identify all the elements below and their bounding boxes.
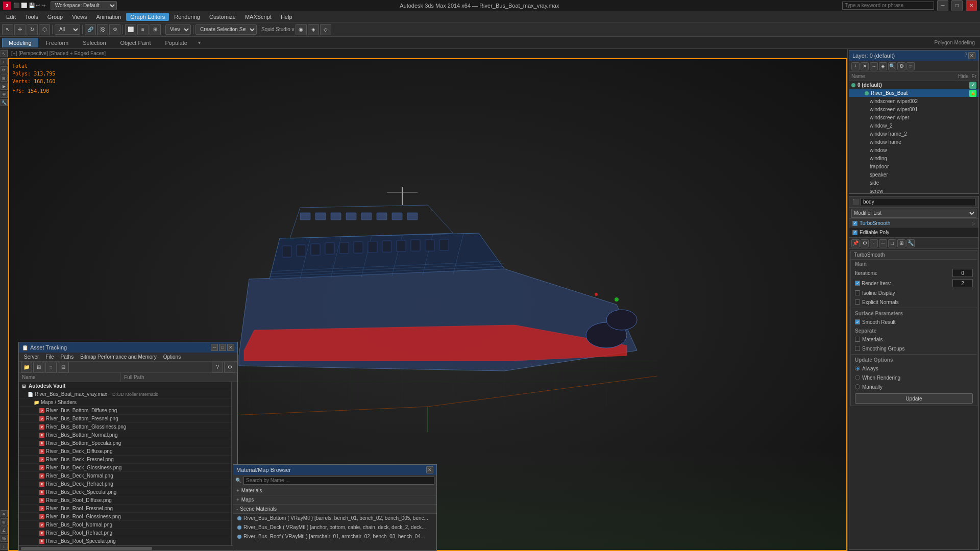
tb-align[interactable]: ≡	[137, 24, 149, 35]
smoothing-groups-checkbox[interactable]	[855, 346, 860, 351]
list-item[interactable]: windscreen wiper	[849, 114, 978, 122]
menu-views[interactable]: Views	[68, 13, 91, 21]
list-item[interactable]: P River_Bus_Bottom_Specular.png	[19, 439, 231, 447]
menu-customize[interactable]: Customize	[205, 13, 240, 21]
smooth-result-checkbox[interactable]: ✓	[855, 319, 860, 324]
list-item[interactable]: windscreen wiper002	[849, 97, 978, 106]
materials-checkbox[interactable]	[855, 337, 860, 342]
list-item[interactable]: P River_Bus_Deck_Diffuse.png	[19, 447, 231, 456]
lt-create[interactable]: +	[851, 62, 860, 70]
at-menu-server[interactable]: Server	[21, 354, 42, 360]
tool-percent[interactable]: %	[1, 535, 8, 542]
tab-modeling[interactable]: Modeling	[2, 38, 38, 47]
list-item[interactable]: P River_Bus_Roof_Glossiness.png	[19, 513, 231, 521]
tab-selection[interactable]: Selection	[76, 38, 112, 47]
update-button[interactable]: Update	[855, 393, 973, 404]
tool-abs-mode[interactable]: A	[1, 510, 8, 517]
render-iters-checkbox[interactable]: ✓	[855, 281, 860, 286]
list-item[interactable]: River_Bus_Bottom ( VRayMtl ) [barrels, b…	[233, 514, 436, 523]
mb-section-scene-header[interactable]: - Scene Materials	[233, 505, 436, 514]
list-item[interactable]: P River_Bus_Deck_Specular.png	[19, 488, 231, 496]
menu-help[interactable]: Help	[277, 13, 297, 21]
mod-enable-checkbox[interactable]: ✓	[852, 230, 857, 235]
tool-snaps[interactable]: ⊕	[1, 518, 8, 525]
layers-help-icon[interactable]: ?	[964, 52, 967, 59]
tb-select[interactable]: ↖	[2, 24, 13, 35]
tool-utilities[interactable]: 🔧	[1, 99, 8, 106]
at-restore[interactable]: □	[219, 344, 226, 351]
list-item[interactable]: 📄 River_Bus_Boat_max_vray.max D:\3D Moli…	[19, 390, 231, 398]
object-name-input[interactable]	[861, 198, 975, 206]
list-item[interactable]: window_2	[849, 122, 978, 130]
workspace-dropdown[interactable]: Workspace: Default	[51, 1, 117, 10]
tb-unlink[interactable]: ⛓	[97, 24, 108, 35]
at-tb-1[interactable]: 📁	[21, 362, 32, 373]
list-item[interactable]: River_Bus_Boat 🔒	[849, 89, 978, 97]
mod-enable-checkbox[interactable]: ✓	[852, 221, 857, 226]
at-tb-3[interactable]: ≡	[45, 362, 57, 373]
list-item[interactable]: P River_Bus_Roof_Specular.png	[19, 537, 231, 545]
list-item[interactable]: P River_Bus_Roof_Normal.png	[19, 521, 231, 529]
mp-configure[interactable]: ⚙	[861, 239, 869, 247]
tool-motion[interactable]: ▶	[1, 83, 8, 90]
mp-pin[interactable]: 📌	[851, 239, 860, 247]
view-dropdown[interactable]: View	[165, 24, 191, 35]
list-item[interactable]: P River_Bus_Deck_Refract.png	[19, 480, 231, 488]
layers-close[interactable]: ✕	[968, 52, 975, 59]
modifier-editable-poly[interactable]: ✓ Editable Poly	[849, 228, 978, 237]
list-item[interactable]: P River_Bus_Deck_Fresnel.png	[19, 456, 231, 464]
tb-scale[interactable]: ⬡	[39, 24, 50, 35]
when-rendering-radio[interactable]	[855, 375, 860, 380]
modifier-turbosmooth[interactable]: ✓ TurboSmooth ▷	[849, 219, 978, 228]
tb-move[interactable]: ✛	[14, 24, 26, 35]
at-list[interactable]: ⊞ Autodesk Vault 📄 River_Bus_Boat_max_vr…	[19, 382, 231, 545]
render-iters-input[interactable]	[952, 279, 973, 287]
at-menu-file[interactable]: File	[42, 354, 57, 360]
at-minimize[interactable]: ─	[211, 344, 218, 351]
close-btn[interactable]: ✕	[966, 0, 977, 11]
list-item[interactable]: P River_Bus_Bottom_Fresnel.png	[19, 415, 231, 423]
mb-close[interactable]: ✕	[426, 466, 433, 473]
list-item[interactable]: window	[849, 146, 978, 155]
menu-tools[interactable]: Tools	[21, 13, 42, 21]
at-menu-bitmap[interactable]: Bitmap Performance and Memory	[77, 354, 160, 360]
at-menu-options[interactable]: Options	[160, 354, 184, 360]
tool-spinner[interactable]: ↕	[1, 543, 8, 550]
tb-squid1[interactable]: ◉	[296, 24, 307, 35]
iterations-input[interactable]	[952, 269, 973, 277]
list-item[interactable]: 📁 Maps / Shaders	[19, 398, 231, 407]
always-radio[interactable]	[855, 366, 860, 371]
layers-list[interactable]: 0 (default) ✓ River_Bus_Boat 🔒 windscree…	[849, 81, 978, 193]
at-col-path[interactable]: Full Path	[121, 373, 237, 382]
list-item[interactable]: winding	[849, 155, 978, 163]
create-selection-dropdown[interactable]: Create Selection Set	[195, 24, 257, 35]
tool-create[interactable]: +	[1, 58, 8, 65]
list-item[interactable]: speaker	[849, 171, 978, 179]
tool-display[interactable]: 👁	[1, 91, 8, 98]
list-item[interactable]: River_Bus_Deck ( VRayMtl ) [anchor, bott…	[233, 523, 436, 532]
list-item[interactable]: window frame	[849, 138, 978, 146]
mb-section-maps-header[interactable]: + Maps	[233, 495, 436, 505]
list-item[interactable]: P River_Bus_Bottom_Normal.png	[19, 431, 231, 439]
mp-settings[interactable]: 🔧	[906, 239, 915, 247]
list-item[interactable]: screw	[849, 187, 978, 193]
list-item[interactable]: P River_Bus_Roof_Diffuse.png	[19, 496, 231, 505]
mp-element[interactable]: ⊞	[897, 239, 905, 247]
explicit-normals-checkbox[interactable]	[855, 299, 860, 305]
tb-array[interactable]: ⊞	[150, 24, 161, 35]
mb-search-input[interactable]	[243, 477, 434, 485]
help-search-input[interactable]	[842, 2, 934, 10]
maximize-btn[interactable]: □	[951, 0, 963, 11]
list-item[interactable]: ⊞ Autodesk Vault	[19, 382, 231, 390]
menu-maxscript[interactable]: MAXScript	[241, 13, 276, 21]
at-tb-4[interactable]: ⊟	[58, 362, 69, 373]
tb-link[interactable]: 🔗	[85, 24, 96, 35]
at-tb-2[interactable]: ⊞	[33, 362, 44, 373]
tab-populate[interactable]: Populate	[158, 38, 193, 47]
lt-add-sel[interactable]: →	[870, 62, 878, 70]
tb-rotate[interactable]: ↻	[27, 24, 38, 35]
modifier-list-dropdown[interactable]: Modifier List	[851, 209, 976, 218]
menu-rendering[interactable]: Rendering	[170, 13, 204, 21]
lt-find[interactable]: 🔍	[888, 62, 896, 70]
menu-edit[interactable]: Edit	[2, 13, 20, 21]
